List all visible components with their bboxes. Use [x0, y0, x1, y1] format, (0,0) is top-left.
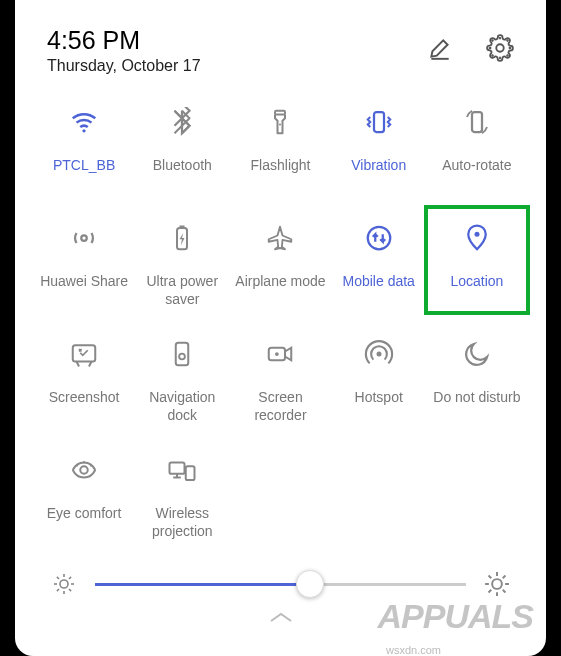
airplane-icon — [263, 221, 297, 255]
bluetooth-icon — [165, 105, 199, 139]
tile-vibration[interactable]: Vibration — [330, 105, 428, 195]
tile-label: Hotspot — [355, 389, 403, 407]
tile-airplane[interactable]: Airplane mode — [231, 221, 329, 311]
tile-label: Vibration — [351, 157, 406, 175]
header: 4:56 PM Thursday, October 17 — [35, 26, 526, 75]
tile-autorotate[interactable]: Auto-rotate — [428, 105, 526, 195]
chevron-up-icon — [263, 609, 299, 625]
header-actions — [426, 26, 514, 62]
svg-point-11 — [492, 579, 502, 589]
svg-line-10 — [69, 577, 71, 579]
svg-line-16 — [489, 576, 492, 579]
time-date-block: 4:56 PM Thursday, October 17 — [47, 26, 426, 75]
svg-line-17 — [503, 590, 506, 593]
tile-label: Mobile data — [343, 273, 415, 291]
slider-thumb[interactable] — [296, 570, 324, 598]
svg-line-9 — [57, 589, 59, 591]
brightness-slider[interactable] — [95, 572, 466, 596]
svg-line-18 — [489, 590, 492, 593]
tile-label: Do not disturb — [433, 389, 520, 407]
tile-eyecomfort[interactable]: Eye comfort — [35, 453, 133, 543]
gear-icon — [486, 34, 514, 62]
tiles-grid: PTCL_BBBluetoothFlashlightVibrationAuto-… — [35, 105, 526, 543]
tile-label: Navigation dock — [149, 389, 215, 424]
tile-screenrec[interactable]: Screen recorder — [231, 337, 329, 427]
screenshot-icon — [67, 337, 101, 371]
svg-point-1 — [496, 44, 503, 51]
tile-label: Huawei Share — [40, 273, 128, 291]
tile-label: Location — [450, 273, 503, 291]
settings-button[interactable] — [486, 34, 514, 62]
location-icon — [460, 221, 494, 255]
brightness-low-icon — [51, 571, 77, 597]
tile-flashlight[interactable]: Flashlight — [231, 105, 329, 195]
battery-icon — [165, 221, 199, 255]
tile-label: Flashlight — [251, 157, 311, 175]
wireless-icon — [165, 453, 199, 487]
navdock-icon — [165, 337, 199, 371]
tile-ultrapower[interactable]: Ultra power saver — [133, 221, 231, 311]
tile-location[interactable]: Location — [428, 221, 526, 311]
tile-label: Screenshot — [49, 389, 120, 407]
autorotate-icon — [460, 105, 494, 139]
tile-label: Ultra power saver — [146, 273, 218, 308]
collapse-handle[interactable] — [35, 597, 526, 625]
flashlight-icon — [263, 105, 297, 139]
svg-line-19 — [503, 576, 506, 579]
tile-bluetooth[interactable]: Bluetooth — [133, 105, 231, 195]
edit-icon — [427, 35, 453, 61]
tile-hotspot[interactable]: Hotspot — [330, 337, 428, 427]
tile-wireless[interactable]: Wireless projection — [133, 453, 231, 543]
edit-button[interactable] — [426, 34, 454, 62]
tile-label: Airplane mode — [235, 273, 325, 291]
tile-screenshot[interactable]: Screenshot — [35, 337, 133, 427]
tile-label: Bluetooth — [153, 157, 212, 175]
svg-line-7 — [57, 577, 59, 579]
wifi-icon — [67, 105, 101, 139]
vibration-icon — [362, 105, 396, 139]
huaweishare-icon — [67, 221, 101, 255]
tile-label: Screen recorder — [254, 389, 306, 424]
quick-settings-panel: 4:56 PM Thursday, October 17 PTCL_BBBlue… — [15, 0, 546, 656]
tile-navdock[interactable]: Navigation dock — [133, 337, 231, 427]
hotspot-icon — [362, 337, 396, 371]
tile-huaweishare[interactable]: Huawei Share — [35, 221, 133, 311]
tile-label: PTCL_BB — [53, 157, 115, 175]
brightness-high-icon — [484, 571, 510, 597]
svg-line-8 — [69, 589, 71, 591]
tile-wifi[interactable]: PTCL_BB — [35, 105, 133, 195]
clock-time: 4:56 PM — [47, 26, 426, 55]
brightness-row — [35, 571, 526, 597]
clock-date: Thursday, October 17 — [47, 57, 426, 75]
moon-icon — [460, 337, 494, 371]
screenrec-icon — [263, 337, 297, 371]
tile-label: Wireless projection — [152, 505, 213, 540]
slider-track-fill — [95, 583, 310, 586]
slider-track — [95, 583, 466, 586]
tile-label: Eye comfort — [47, 505, 122, 523]
tile-mobiledata[interactable]: Mobile data — [330, 221, 428, 311]
eye-icon — [67, 453, 101, 487]
tile-dnd[interactable]: Do not disturb — [428, 337, 526, 427]
svg-point-2 — [60, 580, 68, 588]
mobiledata-icon — [362, 221, 396, 255]
tile-label: Auto-rotate — [442, 157, 511, 175]
